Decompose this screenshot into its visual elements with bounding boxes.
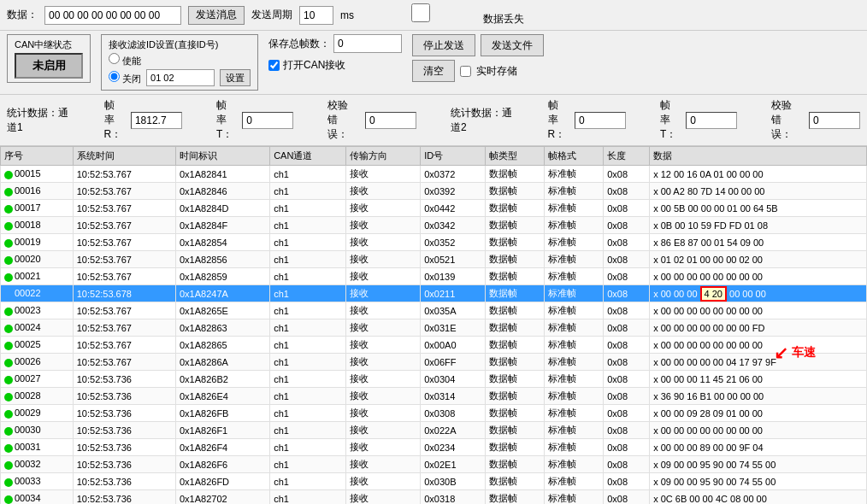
- filter-enable-radio[interactable]: [109, 53, 120, 64]
- save-total-input[interactable]: [333, 34, 402, 53]
- table-container[interactable]: 序号 系统时间 时间标识 CAN通道 传输方向 ID号 帧类型 帧格式 长度 数…: [0, 146, 867, 504]
- table-row[interactable]: 0001810:52:53.7670x1A8284Fch1接收0x0342数据帧…: [1, 217, 867, 234]
- cell-id: 0x0352: [421, 234, 486, 251]
- table-row[interactable]: 0002910:52:53.7360x1A826FBch1接收0x0308数据帧…: [1, 405, 867, 422]
- cell-ftype: 数据帧: [486, 234, 545, 251]
- stats-ch2-framerate-t: 帧率T：: [660, 98, 737, 142]
- table-row[interactable]: 0002010:52:53.7670x1A82856ch1接收0x0521数据帧…: [1, 251, 867, 268]
- cell-ch: ch1: [270, 490, 346, 505]
- cell-ftype: 数据帧: [486, 337, 545, 354]
- cell-fformat: 标准帧: [545, 371, 604, 388]
- table-row[interactable]: 0001910:52:53.7670x1A82854ch1接收0x0352数据帧…: [1, 234, 867, 251]
- filter-close-radio-label[interactable]: 关闭: [109, 71, 141, 85]
- table-row[interactable]: 0001710:52:53.7670x1A8284Dch1接收0x0442数据帧…: [1, 200, 867, 217]
- th-id: ID号: [421, 147, 486, 166]
- cell-ch: ch1: [270, 354, 346, 371]
- table-row[interactable]: 0002310:52:53.7670x1A8265Ech1接收0x035A数据帧…: [1, 302, 867, 319]
- cell-ts: 0x1A826F1: [175, 422, 269, 439]
- cell-id: 0x0342: [421, 217, 486, 234]
- cell-dir: 接收: [346, 473, 421, 490]
- table-row[interactable]: 0002510:52:53.7670x1A82865ch1接收0x00A0数据帧…: [1, 337, 867, 354]
- cell-ch: ch1: [270, 456, 346, 473]
- send-period-label: 发送周期: [251, 8, 292, 22]
- table-row[interactable]: 0002410:52:53.7670x1A82863ch1接收0x031E数据帧…: [1, 319, 867, 337]
- filter-box: 接收滤波ID设置(直接ID号) 使能 关闭 设置: [101, 34, 258, 91]
- data-loss-checkbox[interactable]: [361, 3, 481, 22]
- cell-ts: 0x1A82854: [175, 234, 269, 251]
- cell-data: x 00 00 00 00 00 00 00 00: [650, 302, 867, 319]
- table-row[interactable]: 0003010:52:53.7360x1A826F1ch1接收0x022A数据帧…: [1, 422, 867, 439]
- cell-ts: 0x1A826B2: [175, 371, 269, 388]
- cell-fformat: 标准帧: [545, 268, 604, 285]
- cell-ch: ch1: [270, 200, 346, 217]
- check-err-ch1-input[interactable]: [365, 112, 416, 129]
- send-message-button[interactable]: 发送消息: [188, 6, 245, 25]
- filter-set-button[interactable]: 设置: [220, 69, 251, 86]
- cell-ts: 0x1A826E4: [175, 388, 269, 405]
- cell-id: 0x022A: [421, 422, 486, 439]
- cell-ts: 0x1A826F6: [175, 456, 269, 473]
- open-can-recv-checkbox[interactable]: [268, 60, 280, 71]
- cell-ftype: 数据帧: [486, 388, 545, 405]
- cell-ts: 0x1A8284D: [175, 200, 269, 217]
- cell-id: 0x035A: [421, 302, 486, 319]
- table-row[interactable]: 0002610:52:53.7670x1A8286Ach1接收0x06FF数据帧…: [1, 354, 867, 371]
- table-row[interactable]: 0003210:52:53.7360x1A826F6ch1接收0x02E1数据帧…: [1, 456, 867, 473]
- cell-ftype: 数据帧: [486, 183, 545, 200]
- check-err-ch2-input[interactable]: [809, 112, 860, 129]
- stats-ch2-check-err: 校验错误：: [771, 98, 860, 142]
- frame-r-ch1-input[interactable]: [131, 112, 182, 129]
- table-row[interactable]: 0003110:52:53.7360x1A826F4ch1接收0x0234数据帧…: [1, 439, 867, 456]
- cell-id: 0x0372: [421, 166, 486, 183]
- stats-section: 统计数据：通道1 帧率R： 帧率T： 校验错误： 统计数据：通道2 帧率R： 帧…: [0, 95, 867, 146]
- table-row[interactable]: 0002710:52:53.7360x1A826B2ch1接收0x0304数据帧…: [1, 371, 867, 388]
- frame-t-ch1-input[interactable]: [242, 112, 293, 129]
- cell-ts: 0x1A8284F: [175, 217, 269, 234]
- table-row[interactable]: 0002110:52:53.7670x1A82859ch1接收0x0139数据帧…: [1, 268, 867, 285]
- cell-ftype: 数据帧: [486, 268, 545, 285]
- stats-ch2-group: 统计数据：通道2: [451, 98, 514, 142]
- cell-ch: ch1: [270, 302, 346, 319]
- table-row[interactable]: 0002210:52:53.6780x1A8247Ach1接收0x0211数据帧…: [1, 285, 867, 302]
- send-data-input[interactable]: [44, 6, 181, 25]
- clear-button[interactable]: 清空: [412, 60, 455, 82]
- cell-id: 0x0318: [421, 490, 486, 505]
- cell-dir: 接收: [346, 302, 421, 319]
- cell-fformat: 标准帧: [545, 285, 604, 302]
- cell-time: 10:52:53.767: [73, 200, 175, 217]
- filter-id-input[interactable]: [146, 69, 215, 86]
- cell-data: x 0B 00 10 59 FD FD 01 08: [650, 217, 867, 234]
- cell-fformat: 标准帧: [545, 490, 604, 505]
- table-row[interactable]: 0003310:52:53.7360x1A826FDch1接收0x030B数据帧…: [1, 473, 867, 490]
- stop-send-button[interactable]: 停止发送: [412, 34, 475, 56]
- cell-ts: 0x1A82841: [175, 166, 269, 183]
- table-row[interactable]: 0002810:52:53.7360x1A826E4ch1接收0x0314数据帧…: [1, 388, 867, 405]
- cell-fformat: 标准帧: [545, 405, 604, 422]
- frame-t-ch2-input[interactable]: [686, 112, 737, 129]
- period-input[interactable]: [299, 6, 333, 25]
- cell-fformat: 标准帧: [545, 337, 604, 354]
- stats-ch1-framerate-t: 帧率T：: [216, 98, 293, 142]
- cell-id: 0x02E1: [421, 456, 486, 473]
- table-row[interactable]: 0001510:52:53.7670x1A82841ch1接收0x0372数据帧…: [1, 166, 867, 183]
- frame-t-label-ch1: 帧率T：: [216, 98, 235, 142]
- send-file-button[interactable]: 发送文件: [481, 34, 544, 56]
- cell-dir: 接收: [346, 388, 421, 405]
- cell-len: 0x08: [604, 490, 650, 505]
- filter-enable-radio-label[interactable]: 使能: [109, 53, 141, 67]
- cell-len: 0x08: [604, 285, 650, 302]
- th-fformat: 帧格式: [545, 147, 604, 166]
- cell-seq: 00031: [1, 439, 74, 456]
- realtime-save-checkbox[interactable]: [460, 66, 471, 77]
- cell-time: 10:52:53.767: [73, 302, 175, 319]
- cell-ftype: 数据帧: [486, 319, 545, 337]
- cell-seq: 00015: [1, 166, 74, 183]
- data-loss-check-label: 数据丢失: [361, 3, 524, 26]
- cell-ch: ch1: [270, 473, 346, 490]
- frame-r-ch2-input[interactable]: [575, 112, 626, 129]
- cell-data: x 09 00 00 95 90 00 74 55 00: [650, 473, 867, 490]
- filter-close-radio[interactable]: [109, 71, 120, 82]
- table-row[interactable]: 0001610:52:53.7670x1A82846ch1接收0x0392数据帧…: [1, 183, 867, 200]
- cell-seq: 00025: [1, 337, 74, 354]
- table-row[interactable]: 0003410:52:53.7360x1A82702ch1接收0x0318数据帧…: [1, 490, 867, 505]
